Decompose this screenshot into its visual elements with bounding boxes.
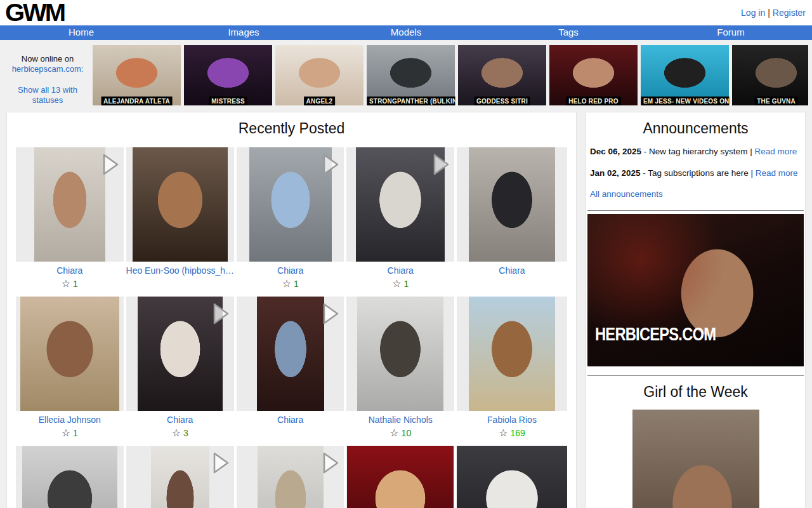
post-thumbnail[interactable] xyxy=(237,297,344,411)
post-thumbnail[interactable] xyxy=(16,446,124,508)
post-thumbnail[interactable] xyxy=(346,147,454,262)
post-model-link[interactable]: Heo Eun-Soo (hipboss_h… xyxy=(126,265,234,276)
announcement-date: Dec 06, 2025 xyxy=(590,147,641,156)
post-thumbnail[interactable] xyxy=(346,446,454,508)
post-thumbnail[interactable] xyxy=(457,297,567,411)
all-announcements-link[interactable]: All announcements xyxy=(590,189,663,199)
post-model-link[interactable]: Chiara xyxy=(457,265,567,276)
post-cell: Ellecia Johnson ☆1 xyxy=(16,297,124,438)
announcement-date: Jan 02, 2025 xyxy=(590,168,641,178)
read-more-link[interactable]: Read more xyxy=(754,147,797,156)
login-link[interactable]: Log in xyxy=(741,8,765,18)
post-thumbnail[interactable] xyxy=(126,446,234,508)
star-count: 1 xyxy=(404,279,409,289)
online-model-thumb[interactable]: STRONGPANTHER (BULKIN xyxy=(367,45,455,105)
online-model-thumb[interactable]: THE GUVNA xyxy=(732,45,808,105)
post-thumbnail[interactable] xyxy=(346,297,454,411)
post-model-link[interactable]: Ellecia Johnson xyxy=(16,415,124,425)
online-model-thumb[interactable]: ANGEL2 xyxy=(275,45,363,105)
post-cell xyxy=(16,446,124,508)
play-icon xyxy=(321,451,340,478)
post-photo xyxy=(249,147,332,262)
nav-item-models[interactable]: Models xyxy=(325,25,487,40)
play-icon xyxy=(321,302,340,328)
content-area: Recently Posted Chiara ☆1 xyxy=(0,112,812,508)
herbicepscam-link[interactable]: herbicepscam.com: xyxy=(12,64,84,74)
nav-item-tags[interactable]: Tags xyxy=(487,25,650,40)
announcements-title: Announcements xyxy=(587,120,804,137)
model-name-caption: ALEJANDRA ATLETA xyxy=(101,97,173,105)
play-icon xyxy=(211,451,230,478)
nav-item-home[interactable]: Home xyxy=(0,25,162,40)
model-name-caption: HELO RED PRO xyxy=(566,97,621,105)
post-photo xyxy=(457,446,567,508)
post-thumbnail[interactable] xyxy=(457,147,567,262)
star-icon: ☆ xyxy=(62,278,70,289)
star-count: 3 xyxy=(183,428,188,438)
girl-of-the-week-photo[interactable] xyxy=(632,410,759,508)
star-icon: ☆ xyxy=(499,427,508,438)
post-model-link[interactable]: Fabiola Rios xyxy=(457,415,567,425)
post-model-link[interactable]: Chiara xyxy=(237,265,344,276)
model-name-caption: GODDESS SITRI xyxy=(474,97,530,105)
top-header: GWM Log in|Register xyxy=(0,0,812,25)
register-link[interactable]: Register xyxy=(773,8,806,18)
star-count: 169 xyxy=(510,428,525,438)
play-icon xyxy=(431,152,450,179)
star-count-row: ☆10 xyxy=(346,427,454,438)
post-cell: Fabiola Rios ☆169 xyxy=(457,297,567,438)
online-info-panel: Now online on herbicepscam.com: Show all… xyxy=(3,45,93,105)
show-all-statuses-link[interactable]: Show all 13 with statuses xyxy=(18,85,77,105)
play-icon xyxy=(101,152,120,179)
post-model-link[interactable]: Chiara xyxy=(126,415,234,425)
post-thumbnail[interactable] xyxy=(237,147,344,262)
star-count-row: ☆169 xyxy=(457,427,567,438)
post-photo xyxy=(22,446,117,508)
post-cell xyxy=(457,446,567,508)
herbiceps-ad-banner[interactable]: HERBICEPS.COM xyxy=(587,214,804,366)
online-model-thumb[interactable]: HELO RED PRO xyxy=(549,45,638,105)
model-name-caption: EM JESS- NEW VIDEOS ON xyxy=(641,97,729,105)
divider xyxy=(587,375,804,376)
post-cell xyxy=(126,446,234,508)
nav-item-forum[interactable]: Forum xyxy=(650,25,812,40)
post-cell: Chiara ☆1 xyxy=(16,147,124,289)
star-count-row: ☆1 xyxy=(237,277,344,289)
star-count: 10 xyxy=(402,428,412,438)
post-model-link[interactable]: Nathalie Nichols xyxy=(346,415,454,425)
post-photo xyxy=(469,297,555,411)
post-photo xyxy=(469,147,555,262)
recently-posted-panel: Recently Posted Chiara ☆1 xyxy=(6,112,577,508)
post-cell xyxy=(237,446,344,508)
post-photo xyxy=(258,446,324,508)
post-photo xyxy=(138,297,223,411)
post-model-link[interactable]: Chiara xyxy=(237,415,344,425)
announcement-item: Dec 06, 2025 - New tag hierarchy system … xyxy=(590,146,801,158)
online-model-thumb[interactable]: EM JESS- NEW VIDEOS ON xyxy=(641,45,729,105)
post-photo xyxy=(133,147,228,262)
post-cell: Heo Eun-Soo (hipboss_h… xyxy=(126,147,234,289)
post-photo xyxy=(257,297,324,411)
post-thumbnail[interactable] xyxy=(126,297,234,411)
announcement-text: - Tag subscriptions are here | xyxy=(641,168,756,178)
post-cell: Chiara xyxy=(237,297,344,438)
post-thumbnail[interactable] xyxy=(16,147,124,262)
online-model-thumb[interactable]: GODDESS SITRI xyxy=(458,45,546,105)
online-model-thumb[interactable]: ALEJANDRA ATLETA xyxy=(93,45,181,105)
star-count: 1 xyxy=(294,279,299,289)
site-logo[interactable]: GWM xyxy=(5,1,64,24)
post-thumbnail[interactable] xyxy=(16,297,124,411)
online-model-thumb[interactable]: MISTRESS xyxy=(184,45,272,105)
post-thumbnail[interactable] xyxy=(237,446,344,508)
post-grid: Chiara ☆1 Heo Eun-Soo (hipboss_h… xyxy=(7,142,576,508)
read-more-link[interactable]: Read more xyxy=(756,168,798,178)
herbiceps-ad-text: HERBICEPS.COM xyxy=(595,324,716,345)
auth-separator: | xyxy=(768,8,770,18)
nav-item-images[interactable]: Images xyxy=(162,25,325,40)
post-photo xyxy=(357,297,443,411)
post-thumbnail[interactable] xyxy=(457,446,567,508)
post-model-link[interactable]: Chiara xyxy=(16,265,124,276)
post-model-link[interactable]: Chiara xyxy=(346,265,454,276)
star-count-row: ☆1 xyxy=(16,427,124,438)
post-thumbnail[interactable] xyxy=(126,147,234,262)
